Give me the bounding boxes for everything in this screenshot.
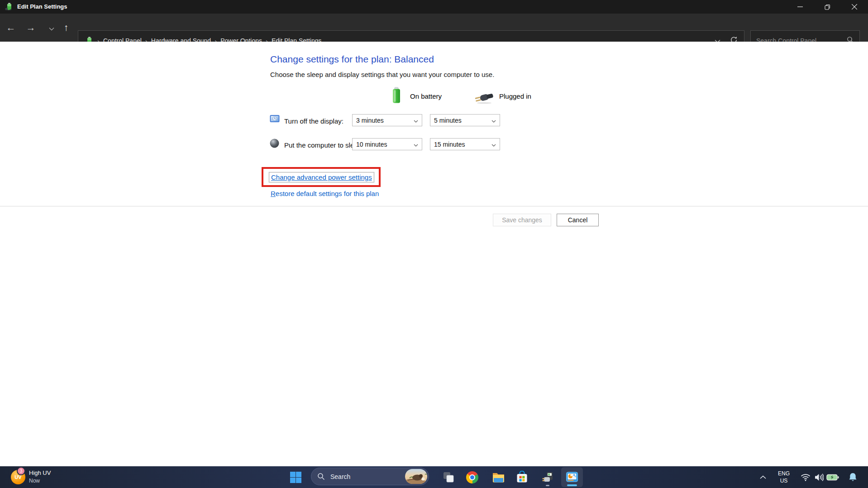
page-subtitle: Choose the sleep and display settings th… xyxy=(270,71,494,78)
wifi-icon[interactable] xyxy=(799,466,812,488)
title-bar: Edit Plan Settings xyxy=(0,0,868,14)
select-value: 15 minutes xyxy=(434,141,465,148)
bing-daily-image[interactable] xyxy=(405,469,427,484)
notification-bell-icon[interactable] xyxy=(845,466,860,488)
edit-plan-settings-window: Edit Plan Settings ← → ↑ xyxy=(0,0,868,488)
language-line1: ENG xyxy=(778,470,790,477)
search-label: Search xyxy=(330,473,350,480)
start-button[interactable] xyxy=(286,470,305,484)
active-window-indicator xyxy=(567,484,577,486)
link-accelerator: R xyxy=(271,190,276,197)
plug-icon xyxy=(473,91,495,106)
back-arrow-icon: ← xyxy=(6,22,16,33)
on-battery-column-header: On battery xyxy=(410,92,442,100)
microsoft-store-icon[interactable] xyxy=(511,467,533,487)
select-value: 5 minutes xyxy=(434,117,462,124)
chevron-down-icon xyxy=(49,22,54,33)
file-explorer-icon[interactable] xyxy=(487,467,509,487)
chevron-down-icon xyxy=(414,141,418,148)
cancel-button[interactable]: Cancel xyxy=(557,214,599,226)
restore-default-settings-link[interactable]: Restore default settings for this plan xyxy=(271,190,379,197)
back-button[interactable]: ← xyxy=(3,14,19,42)
volume-icon[interactable] xyxy=(812,466,825,488)
chevron-down-icon xyxy=(414,117,418,124)
tutorial-highlight-box: Change advanced power settings xyxy=(262,167,381,187)
language-line2: US xyxy=(780,477,788,484)
plugged-in-column-header: Plugged in xyxy=(499,92,531,100)
close-button[interactable] xyxy=(844,0,865,14)
sleep-icon xyxy=(269,138,280,150)
recent-locations-button[interactable] xyxy=(43,14,60,42)
sleep-plugged-in-select[interactable]: 15 minutes xyxy=(430,138,500,150)
minimize-button[interactable] xyxy=(790,0,811,14)
battery-charging-icon[interactable] xyxy=(825,466,840,488)
chevron-up-icon xyxy=(760,475,766,479)
restore-button[interactable] xyxy=(817,0,838,14)
language-indicator[interactable]: ENG US xyxy=(775,466,793,488)
forward-button[interactable]: → xyxy=(23,14,39,42)
tray-show-hidden-icons-button[interactable] xyxy=(757,466,769,488)
change-advanced-power-settings-link[interactable]: Change advanced power settings xyxy=(269,172,374,182)
windows-logo-icon xyxy=(290,472,301,483)
running-indicator xyxy=(546,485,549,486)
display-on-battery-select[interactable]: 3 minutes xyxy=(352,114,422,126)
page-title: Change settings for the plan: Balanced xyxy=(270,54,434,65)
control-panel-icon-active[interactable] xyxy=(561,467,583,487)
sleep-on-battery-select[interactable]: 10 minutes xyxy=(352,138,422,150)
plan-settings-content: Change settings for the plan: Balanced C… xyxy=(0,42,868,466)
chevron-down-icon xyxy=(491,141,496,148)
display-plugged-in-select[interactable]: 5 minutes xyxy=(430,114,500,126)
task-view-button[interactable] xyxy=(438,467,459,487)
weather-widget[interactable]: UV 3 High UV Now xyxy=(0,466,77,488)
weather-title: High UV xyxy=(29,469,51,476)
uv-badge: 3 xyxy=(17,467,25,475)
select-value: 3 minutes xyxy=(356,117,384,124)
battery-icon xyxy=(391,87,402,105)
chrome-logo xyxy=(466,471,478,483)
taskbar-search-input[interactable]: Search xyxy=(311,468,429,485)
save-changes-button[interactable]: Save changes xyxy=(493,214,551,226)
forward-arrow-icon: → xyxy=(26,22,36,33)
chrome-icon[interactable] xyxy=(461,467,483,487)
chevron-down-icon xyxy=(491,117,496,124)
search-icon xyxy=(317,473,325,480)
up-button[interactable]: ↑ xyxy=(58,14,74,42)
navigation-bar: ← → ↑ › Control Panel › Hardware and Sou… xyxy=(0,14,868,42)
computer-sleep-label: Put the computer to sleep: xyxy=(284,141,363,149)
display-icon xyxy=(269,114,280,126)
content-divider xyxy=(0,206,868,206)
power-options-app-icon[interactable] xyxy=(537,467,558,487)
taskbar: UV 3 High UV Now Search xyxy=(0,466,868,488)
window-title: Edit Plan Settings xyxy=(17,0,67,14)
turn-off-display-label: Turn off the display: xyxy=(284,117,343,125)
link-text: estore default settings for this plan xyxy=(276,190,379,197)
select-value: 10 minutes xyxy=(356,141,387,148)
weather-subtitle: Now xyxy=(29,478,40,484)
up-arrow-icon: ↑ xyxy=(64,22,69,33)
power-plan-battery-icon xyxy=(5,2,14,11)
